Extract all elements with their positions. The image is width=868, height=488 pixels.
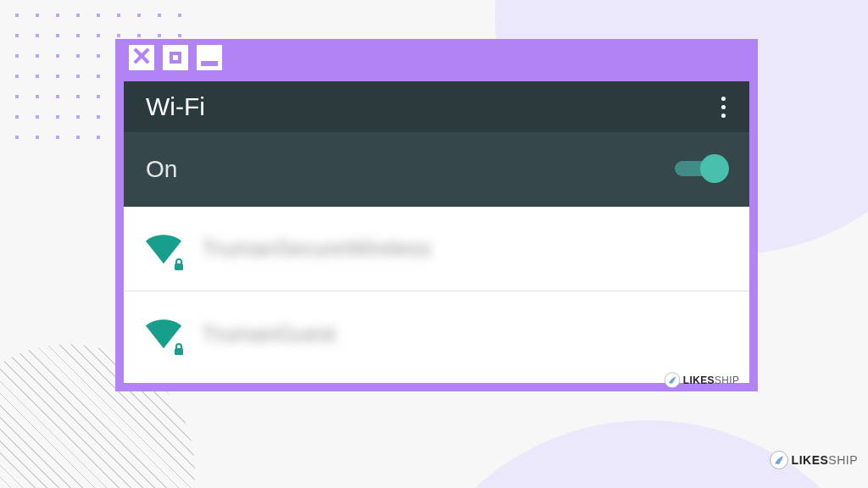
maximize-icon xyxy=(170,52,181,64)
watermark-inner: LIKESSHIP xyxy=(664,372,739,388)
watermark-logo-icon xyxy=(664,372,680,388)
toggle-thumb xyxy=(700,154,729,183)
maximize-button[interactable] xyxy=(163,45,188,70)
wifi-header: Wi-Fi xyxy=(124,81,749,132)
minimize-icon xyxy=(201,61,218,66)
watermark-text: LIKESSHIP xyxy=(682,374,739,386)
svg-rect-0 xyxy=(175,263,183,270)
menu-dots-icon xyxy=(721,114,726,118)
watermark-text: LIKESSHIP xyxy=(792,453,858,467)
watermark-outer: LIKESSHIP xyxy=(770,451,858,469)
close-icon xyxy=(133,47,150,68)
wifi-signal-icon xyxy=(144,317,183,351)
network-item[interactable]: TrumanGuest xyxy=(124,291,749,376)
overflow-menu-button[interactable] xyxy=(716,92,731,123)
window-titlebar xyxy=(124,42,749,81)
wifi-state-label: On xyxy=(146,156,177,183)
svg-rect-1 xyxy=(175,348,183,355)
network-name: TrumanSecureWireless xyxy=(202,236,431,262)
menu-dots-icon xyxy=(721,97,726,101)
close-button[interactable] xyxy=(129,45,154,70)
page-title: Wi-Fi xyxy=(146,92,205,121)
lock-icon xyxy=(173,258,185,271)
app-window: Wi-Fi On TrumanSecureWireless xyxy=(115,39,758,391)
watermark-logo-icon xyxy=(770,451,788,469)
lock-icon xyxy=(173,342,185,356)
wifi-toggle-row: On xyxy=(124,132,749,207)
wifi-signal-icon xyxy=(144,232,183,266)
menu-dots-icon xyxy=(721,105,726,109)
wifi-toggle[interactable] xyxy=(675,154,729,185)
network-list: TrumanSecureWireless TrumanGuest xyxy=(124,207,749,383)
network-name: TrumanGuest xyxy=(202,321,336,347)
minimize-button[interactable] xyxy=(197,45,222,70)
network-item[interactable]: TrumanSecureWireless xyxy=(124,207,749,291)
